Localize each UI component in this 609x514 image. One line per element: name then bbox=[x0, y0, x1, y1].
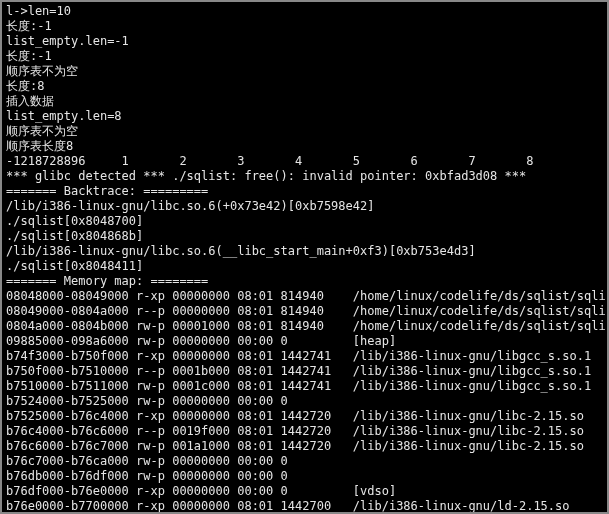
memory-map-line-0: 08048000-08049000 r-xp 00000000 08:01 81… bbox=[6, 289, 603, 304]
memory-map-line-2: 0804a000-0804b000 rw-p 00001000 08:01 81… bbox=[6, 319, 603, 334]
memory-map-line-6: b7510000-b7511000 rw-p 0001c000 08:01 14… bbox=[6, 379, 603, 394]
memory-map-line-12: b76db000-b76df000 rw-p 00000000 00:00 0 bbox=[6, 469, 603, 484]
header-line-2: list_empty.len=-1 bbox=[6, 34, 603, 49]
terminal-output: l->len=10长度:-1list_empty.len=-1长度:-1顺序表不… bbox=[2, 2, 607, 514]
terminal-window: l->len=10长度:-1list_empty.len=-1长度:-1顺序表不… bbox=[0, 0, 609, 514]
header-line-11: *** glibc detected *** ./sqlist: free():… bbox=[6, 169, 603, 184]
memory-map-line-8: b7525000-b76c4000 r-xp 00000000 08:01 14… bbox=[6, 409, 603, 424]
header-line-4: 顺序表不为空 bbox=[6, 64, 603, 79]
header-line-6: 插入数据 bbox=[6, 94, 603, 109]
memory-map-line-1: 08049000-0804a000 r--p 00000000 08:01 81… bbox=[6, 304, 603, 319]
memory-map-line-14: b76e0000-b7700000 r-xp 00000000 08:01 14… bbox=[6, 499, 603, 514]
memory-map-line-7: b7524000-b7525000 rw-p 00000000 00:00 0 bbox=[6, 394, 603, 409]
header-line-13: /lib/i386-linux-gnu/libc.so.6(+0x73e42)[… bbox=[6, 199, 603, 214]
header-line-9: 顺序表长度8 bbox=[6, 139, 603, 154]
header-line-16: /lib/i386-linux-gnu/libc.so.6(__libc_sta… bbox=[6, 244, 603, 259]
header-line-15: ./sqlist[0x804868b] bbox=[6, 229, 603, 244]
header-line-14: ./sqlist[0x8048700] bbox=[6, 214, 603, 229]
header-line-8: 顺序表不为空 bbox=[6, 124, 603, 139]
header-line-12: ======= Backtrace: ========= bbox=[6, 184, 603, 199]
memory-map-line-11: b76c7000-b76ca000 rw-p 00000000 00:00 0 bbox=[6, 454, 603, 469]
header-line-10: -1218728896 1 2 3 4 5 6 7 8 bbox=[6, 154, 603, 169]
memory-map-line-5: b750f000-b7510000 r--p 0001b000 08:01 14… bbox=[6, 364, 603, 379]
header-line-0: l->len=10 bbox=[6, 4, 603, 19]
header-line-7: list_empty.len=8 bbox=[6, 109, 603, 124]
header-line-3: 长度:-1 bbox=[6, 49, 603, 64]
header-line-5: 长度:8 bbox=[6, 79, 603, 94]
memory-map-line-3: 09885000-098a6000 rw-p 00000000 00:00 0 … bbox=[6, 334, 603, 349]
header-line-17: ./sqlist[0x8048411] bbox=[6, 259, 603, 274]
header-line-18: ======= Memory map: ======== bbox=[6, 274, 603, 289]
memory-map-line-9: b76c4000-b76c6000 r--p 0019f000 08:01 14… bbox=[6, 424, 603, 439]
memory-map-line-13: b76df000-b76e0000 r-xp 00000000 00:00 0 … bbox=[6, 484, 603, 499]
header-line-1: 长度:-1 bbox=[6, 19, 603, 34]
memory-map-line-10: b76c6000-b76c7000 rw-p 001a1000 08:01 14… bbox=[6, 439, 603, 454]
memory-map-line-4: b74f3000-b750f000 r-xp 00000000 08:01 14… bbox=[6, 349, 603, 364]
